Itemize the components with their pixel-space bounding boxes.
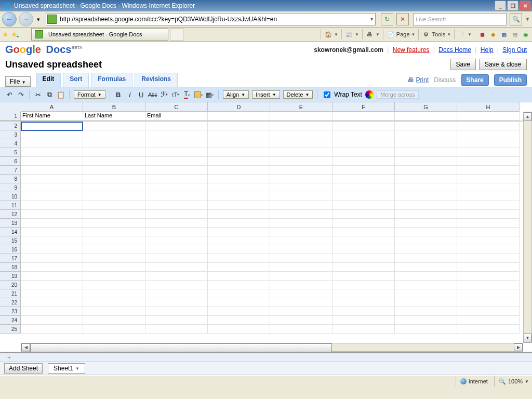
cell-H4[interactable]	[457, 139, 520, 148]
cell-G14[interactable]	[395, 228, 457, 236]
cell-E13[interactable]	[270, 219, 332, 228]
cell-D22[interactable]	[208, 298, 270, 307]
copy-icon[interactable]: ⧉	[45, 90, 54, 99]
cell-C12[interactable]	[145, 210, 208, 219]
cell-E14[interactable]	[270, 228, 332, 236]
cut-icon[interactable]: ✂	[34, 90, 42, 99]
cell-H14[interactable]	[457, 228, 520, 236]
cell-E11[interactable]	[270, 201, 332, 210]
row-header-11[interactable]: 11	[0, 201, 21, 210]
cell-A8[interactable]	[21, 175, 83, 183]
row-header-20[interactable]: 20	[0, 281, 21, 289]
cell-H13[interactable]	[457, 219, 520, 228]
home-button[interactable]: 🏠▼	[321, 29, 338, 39]
cell-E15[interactable]	[270, 236, 332, 245]
cell-F9[interactable]	[332, 183, 395, 192]
row-header-23[interactable]: 23	[0, 307, 21, 316]
cell-C24[interactable]	[145, 316, 208, 325]
cell-B1[interactable]: Last Name	[83, 112, 145, 121]
cell-H22[interactable]	[457, 298, 520, 307]
address-dropdown-icon[interactable]: ▼	[369, 17, 374, 22]
cell-G7[interactable]	[395, 166, 457, 175]
cell-E12[interactable]	[270, 210, 332, 219]
row-header-15[interactable]: 15	[0, 236, 21, 245]
cell-C23[interactable]	[145, 307, 208, 316]
cell-C16[interactable]	[145, 245, 208, 254]
cell-G15[interactable]	[395, 236, 457, 245]
cell-A23[interactable]	[21, 307, 83, 316]
cell-E8[interactable]	[270, 175, 332, 183]
cell-F18[interactable]	[332, 263, 395, 272]
cell-H7[interactable]	[457, 166, 520, 175]
cell-H24[interactable]	[457, 316, 520, 325]
cell-A22[interactable]	[21, 298, 83, 307]
cell-B17[interactable]	[83, 254, 145, 263]
fill-color-icon[interactable]: ▾	[194, 90, 203, 99]
row-header-18[interactable]: 18	[0, 263, 21, 272]
cell-G22[interactable]	[395, 298, 457, 307]
cell-H5[interactable]	[457, 148, 520, 157]
add-favorite-icon[interactable]: ★+	[11, 30, 18, 38]
print-button[interactable]: 🖶▼	[362, 29, 380, 39]
cell-D15[interactable]	[208, 236, 270, 245]
share-button[interactable]: Share	[461, 74, 488, 86]
delete-menu[interactable]: Delete▼	[283, 90, 313, 99]
format-menu[interactable]: Format▼	[74, 90, 105, 99]
row-header-8[interactable]: 8	[0, 175, 21, 183]
select-all-corner[interactable]	[0, 102, 21, 112]
cell-G21[interactable]	[395, 289, 457, 298]
cell-C13[interactable]	[145, 219, 208, 228]
cell-E18[interactable]	[270, 263, 332, 272]
page-menu[interactable]: 📄Page▼	[383, 29, 416, 39]
cell-F25[interactable]	[332, 325, 395, 334]
cell-D17[interactable]	[208, 254, 270, 263]
strike-icon[interactable]: Abc	[149, 90, 157, 99]
row-header-1[interactable]: 1	[0, 112, 21, 121]
cell-C4[interactable]	[145, 139, 208, 148]
nav-dropdown-icon[interactable]: ▾	[35, 16, 42, 23]
cell-D20[interactable]	[208, 281, 270, 289]
cell-A21[interactable]	[21, 289, 83, 298]
cell-B22[interactable]	[83, 298, 145, 307]
color-chooser-icon[interactable]	[365, 90, 374, 99]
cell-C18[interactable]	[145, 263, 208, 272]
cell-A19[interactable]	[21, 272, 83, 281]
cell-F5[interactable]	[332, 148, 395, 157]
paste-icon[interactable]: 📋	[57, 90, 65, 99]
new-tab-button[interactable]	[170, 28, 183, 41]
search-go-button[interactable]: 🔍	[510, 13, 522, 25]
favorites-icon[interactable]: ★	[2, 30, 9, 38]
cell-E24[interactable]	[270, 316, 332, 325]
cell-D3[interactable]	[208, 130, 270, 139]
search-box[interactable]: Live Search	[413, 13, 507, 25]
cell-G18[interactable]	[395, 263, 457, 272]
cell-B9[interactable]	[83, 183, 145, 192]
extra-icon-2[interactable]: ◆	[489, 30, 497, 38]
docs-home-link[interactable]: Docs Home	[438, 46, 471, 54]
merge-across-button[interactable]: Merge across	[377, 90, 419, 99]
cell-A16[interactable]	[21, 245, 83, 254]
cell-G10[interactable]	[395, 192, 457, 201]
cell-H8[interactable]	[457, 175, 520, 183]
cell-E10[interactable]	[270, 192, 332, 201]
cell-B10[interactable]	[83, 192, 145, 201]
cell-H2[interactable]	[457, 122, 520, 130]
cell-F2[interactable]	[332, 122, 395, 130]
row-header-4[interactable]: 4	[0, 139, 21, 148]
cell-A17[interactable]	[21, 254, 83, 263]
cell-C25[interactable]	[145, 325, 208, 334]
cell-A2[interactable]	[21, 122, 83, 131]
cell-B25[interactable]	[83, 325, 145, 334]
cell-E2[interactable]	[270, 122, 332, 130]
cell-D4[interactable]	[208, 139, 270, 148]
column-header-G[interactable]: G	[395, 102, 457, 112]
cell-D6[interactable]	[208, 157, 270, 166]
cell-G24[interactable]	[395, 316, 457, 325]
cell-D16[interactable]	[208, 245, 270, 254]
cell-G3[interactable]	[395, 130, 457, 139]
cell-E21[interactable]	[270, 289, 332, 298]
row-header-25[interactable]: 25	[0, 325, 21, 334]
cell-D5[interactable]	[208, 148, 270, 157]
cell-G23[interactable]	[395, 307, 457, 316]
cell-H1[interactable]	[457, 112, 520, 121]
